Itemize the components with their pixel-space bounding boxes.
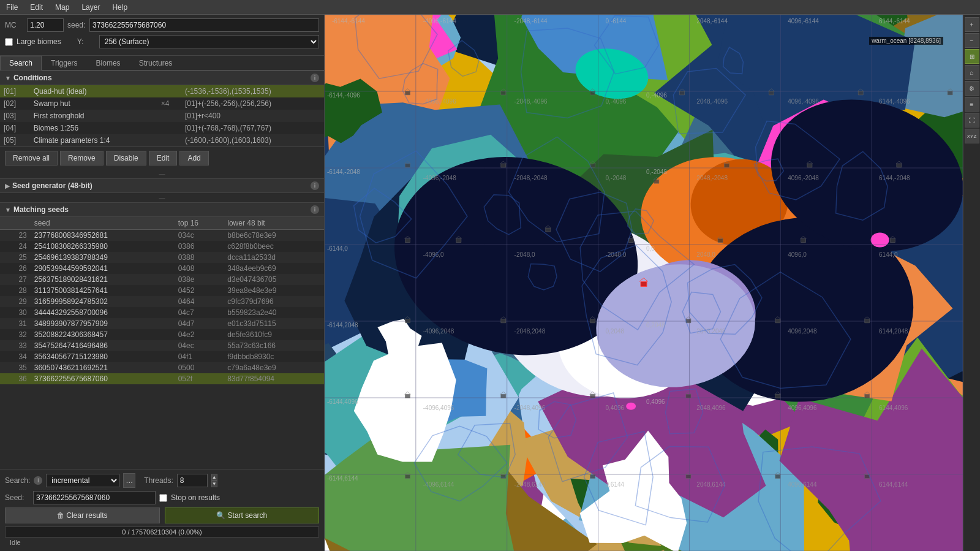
condition-row[interactable]: [05] Climate parameters 1:4 (-1600,-1600… bbox=[0, 134, 324, 146]
mc-input[interactable] bbox=[27, 18, 64, 32]
fullscreen-button[interactable]: ⛶ bbox=[965, 113, 979, 127]
seed-top16: 04ec bbox=[175, 340, 224, 351]
seed-row[interactable]: 24 254108308266335980 0386 c628f8b0beec bbox=[0, 241, 324, 252]
seed-top16: 052f bbox=[175, 373, 224, 384]
condition-name: Swamp hut bbox=[30, 97, 157, 110]
seed-row[interactable]: 30 344443292558700096 04c7 b559823a2e40 bbox=[0, 307, 324, 318]
tab-search[interactable]: Search bbox=[0, 56, 42, 70]
seed-value: 348993907877957909 bbox=[31, 318, 175, 329]
stop-on-results-label: Stop on results bbox=[171, 493, 220, 502]
seed-row[interactable]: 26 290539944599592041 0408 348a4eeb9c69 bbox=[0, 263, 324, 274]
seed-row-num: 25 bbox=[0, 252, 31, 263]
seed-lower48: f9dbbdb8930c bbox=[224, 351, 324, 362]
threads-down[interactable]: ▼ bbox=[211, 481, 217, 487]
start-search-button[interactable]: 🔍 Start search bbox=[165, 507, 320, 523]
y-select[interactable]: 256 (Surface) bbox=[99, 35, 319, 48]
condition-row[interactable]: [02] Swamp hut ×4 [01]+(-256,-256),(256,… bbox=[0, 97, 324, 110]
seed-row[interactable]: 25 254696139383788349 0388 dcca11a2533d bbox=[0, 252, 324, 263]
zoom-out-button[interactable]: − bbox=[965, 33, 979, 48]
map-area[interactable]: warm_ocean [8248,8936] bbox=[325, 15, 963, 551]
extra-button[interactable]: XYZ bbox=[965, 129, 979, 143]
large-biomes-checkbox[interactable] bbox=[5, 38, 13, 46]
seed-lower48: 348a4eeb9c69 bbox=[224, 263, 324, 274]
seed-gen-info-icon[interactable]: i bbox=[311, 181, 319, 190]
condition-row[interactable]: [03] First stronghold [01]+r<400 bbox=[0, 110, 324, 122]
tabs: Search Triggers Biomes Structures bbox=[0, 56, 324, 70]
divider2: — bbox=[0, 193, 324, 202]
stop-on-results-checkbox[interactable] bbox=[159, 494, 167, 502]
seed-search-input[interactable] bbox=[33, 491, 156, 504]
seed-value: 354752647416496486 bbox=[31, 340, 175, 351]
seed-row[interactable]: 32 352088224306368457 04e2 de5fe3610fc9 bbox=[0, 329, 324, 340]
conditions-header[interactable]: ▼ Conditions i bbox=[0, 70, 324, 85]
progress-bar-container: 0 / 175706210304 (0.00%) bbox=[5, 526, 319, 538]
search-type-select[interactable]: incremental bbox=[46, 474, 119, 487]
seed-lower48: de5fe3610fc9 bbox=[224, 329, 324, 340]
conditions-arrow: ▼ bbox=[5, 75, 11, 82]
seed-row-num: 35 bbox=[0, 362, 31, 373]
seed-lower48: 55a73c63c166 bbox=[224, 340, 324, 351]
seed-value: 2377680083469526​81 bbox=[31, 230, 175, 241]
matching-seeds-header[interactable]: ▼ Matching seeds i bbox=[0, 202, 324, 217]
zoom-in-button[interactable]: + bbox=[965, 17, 979, 32]
seed-row[interactable]: 23 2377680083469526​81 034c b8be6c78e3e9 bbox=[0, 230, 324, 241]
condition-id: [05] bbox=[0, 134, 30, 146]
seed-value: 373662255675687060 bbox=[31, 373, 175, 384]
seed-row[interactable]: 31 348993907877957909 04d7 e01c33d75115 bbox=[0, 318, 324, 329]
seeds-table-container[interactable]: seed top 16 lower 48 bit 23 237768008346… bbox=[0, 217, 324, 389]
threads-input[interactable] bbox=[177, 474, 208, 487]
left-panel: MC seed: Large biomes Y: 256 (Surface) S… bbox=[0, 15, 325, 551]
seed-row[interactable]: 33 354752647416496486 04ec 55a73c63c166 bbox=[0, 340, 324, 351]
col-seed: seed bbox=[31, 217, 175, 230]
seed-value: 254108308266335980 bbox=[31, 241, 175, 252]
tab-biomes[interactable]: Biomes bbox=[87, 56, 130, 70]
seed-top16: 0464 bbox=[175, 296, 224, 307]
grid-button[interactable]: ⊞ bbox=[965, 49, 979, 64]
top-controls: MC seed: Large biomes Y: 256 (Surface) bbox=[0, 15, 324, 56]
search-options-button[interactable]: … bbox=[123, 473, 135, 488]
seed-top16: 04c7 bbox=[175, 307, 224, 318]
matching-seeds-info-icon[interactable]: i bbox=[311, 205, 319, 214]
conditions-info-icon[interactable]: i bbox=[311, 74, 319, 82]
search-info-icon[interactable]: i bbox=[34, 476, 42, 485]
clear-results-button[interactable]: 🗑 Clear results bbox=[5, 507, 160, 523]
seed-label: seed: bbox=[67, 21, 86, 29]
home-button[interactable]: ⌂ bbox=[965, 65, 979, 80]
menu-map[interactable]: Map bbox=[49, 2, 75, 13]
menu-edit[interactable]: Edit bbox=[24, 2, 49, 13]
seed-input-top[interactable] bbox=[89, 18, 319, 32]
seed-row[interactable]: 34 356340567715123980 04f1 f9dbbdb8930c bbox=[0, 351, 324, 362]
disable-button[interactable]: Disable bbox=[106, 151, 146, 165]
conditions-buttons: Remove all Remove Disable Edit Add bbox=[0, 146, 324, 169]
tab-structures[interactable]: Structures bbox=[130, 56, 182, 70]
add-button[interactable]: Add bbox=[179, 151, 208, 165]
menu-layer[interactable]: Layer bbox=[75, 2, 106, 13]
map-canvas[interactable] bbox=[325, 15, 963, 551]
settings-button[interactable]: ⚙ bbox=[965, 81, 979, 96]
seed-row-num: 28 bbox=[0, 285, 31, 296]
remove-button[interactable]: Remove bbox=[60, 151, 104, 165]
mc-label: MC bbox=[5, 21, 23, 29]
seed-top16: 04f1 bbox=[175, 351, 224, 362]
seed-row[interactable]: 36 373662255675687060 052f 83d77f854094 bbox=[0, 373, 324, 384]
edit-button[interactable]: Edit bbox=[149, 151, 178, 165]
layers-button[interactable]: ≡ bbox=[965, 97, 979, 112]
seed-row[interactable]: 28 311375003814257641 0452 39ea8e48e3e9 bbox=[0, 285, 324, 296]
threads-up[interactable]: ▲ bbox=[211, 474, 217, 481]
seed-row[interactable]: 29 316599958924785302 0464 c9fc379d7696 bbox=[0, 296, 324, 307]
condition-row[interactable]: [04] Biomes 1:256 [01]+(-768,-768),(767,… bbox=[0, 122, 324, 134]
seed-value: 254696139383788349 bbox=[31, 252, 175, 263]
condition-row[interactable]: [01] Quad-hut (ideal) (-1536,-1536),(153… bbox=[0, 85, 324, 97]
seed-row-num: 27 bbox=[0, 274, 31, 285]
menu-help[interactable]: Help bbox=[106, 2, 134, 13]
tab-triggers[interactable]: Triggers bbox=[42, 56, 87, 70]
seed-row-num: 33 bbox=[0, 340, 31, 351]
remove-all-button[interactable]: Remove all bbox=[5, 151, 58, 165]
menu-file[interactable]: File bbox=[0, 2, 24, 13]
seed-value: 290539944599592041 bbox=[31, 263, 175, 274]
conditions-title: ▼ Conditions bbox=[5, 74, 52, 82]
search-type-label: Search: bbox=[5, 476, 30, 485]
seed-generator-header[interactable]: ▶ Seed generator (48-bit) i bbox=[0, 178, 324, 193]
seed-row[interactable]: 35 360507436211692521 0500 c79a6a48e3e9 bbox=[0, 362, 324, 373]
seed-row[interactable]: 27 256375189028431621 038e d3e047436705 bbox=[0, 274, 324, 285]
